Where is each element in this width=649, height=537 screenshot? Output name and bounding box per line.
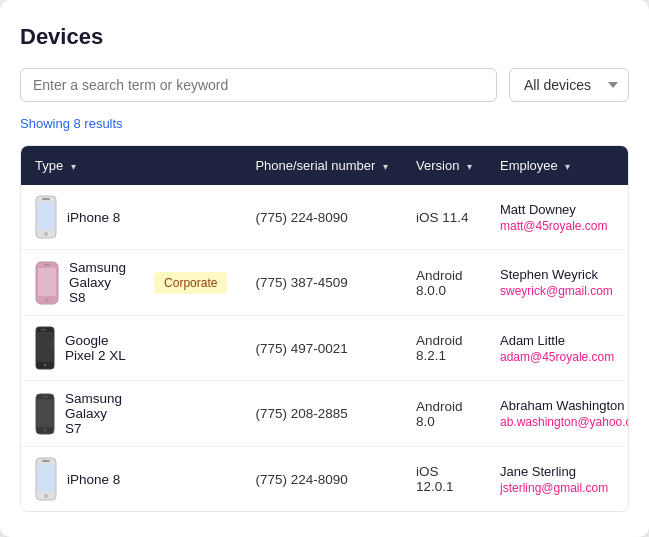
badge-cell (140, 381, 241, 447)
employee-name: Stephen Weyrick (500, 267, 629, 282)
table-row: Samsung Galaxy S8 Corporate(775) 387-450… (21, 250, 629, 316)
svg-rect-14 (37, 399, 53, 427)
svg-point-19 (44, 494, 48, 498)
table-row: iPhone 8 (775) 224-8090iOS 12.0.1 Jane S… (21, 447, 629, 512)
svg-rect-20 (37, 464, 55, 492)
col-version[interactable]: Version ▾ (402, 146, 486, 185)
col-employee[interactable]: Employee ▾ (486, 146, 629, 185)
table-header-row: Type ▾ Phone/serial number ▾ Version ▾ E… (21, 146, 629, 185)
phone-cell: (775) 497-0021 (241, 316, 402, 381)
phone-cell: (775) 224-8090 (241, 447, 402, 512)
device-type-cell: iPhone 8 (21, 447, 140, 512)
version-cell: Android 8.0 (402, 381, 486, 447)
device-type-cell: iPhone 8 (21, 185, 140, 250)
employee-email: matt@45royale.com (500, 219, 629, 233)
svg-rect-9 (37, 332, 53, 362)
svg-point-7 (45, 298, 49, 302)
devices-table-container: Type ▾ Phone/serial number ▾ Version ▾ E… (20, 145, 629, 512)
badge-cell (140, 447, 241, 512)
search-bar-row: All devices (20, 68, 629, 102)
phone-cell: (775) 224-8090 (241, 185, 402, 250)
badge-cell (140, 185, 241, 250)
filter-select[interactable]: All devices (509, 68, 629, 102)
page-title: Devices (20, 24, 629, 50)
devices-table: Type ▾ Phone/serial number ▾ Version ▾ E… (21, 146, 629, 511)
col-badge (140, 146, 241, 185)
device-name: iPhone 8 (67, 472, 120, 487)
employee-email: adam@45royale.com (500, 350, 629, 364)
svg-rect-1 (42, 198, 50, 200)
svg-rect-12 (52, 338, 54, 346)
svg-point-2 (44, 232, 48, 236)
svg-rect-18 (42, 460, 50, 462)
version-cell: iOS 11.4 (402, 185, 486, 250)
svg-rect-5 (38, 268, 56, 296)
employee-email: jsterling@gmail.com (500, 481, 629, 495)
device-name: Samsung Galaxy S7 (65, 391, 126, 436)
device-name: Samsung Galaxy S8 (69, 260, 126, 305)
svg-point-11 (44, 364, 47, 367)
device-icon (35, 457, 57, 501)
employee-cell: Adam Little adam@45royale.com (486, 316, 629, 381)
badge-cell: Corporate (140, 250, 241, 316)
employee-email: ab.washington@yahoo.com (500, 415, 629, 429)
col-phone[interactable]: Phone/serial number ▾ (241, 146, 402, 185)
employee-cell: Stephen Weyrick sweyrick@gmail.com (486, 250, 629, 316)
device-type-cell: Samsung Galaxy S8 (21, 250, 140, 316)
svg-rect-3 (37, 202, 55, 230)
table-row: Google Pixel 2 XL (775) 497-0021Android … (21, 316, 629, 381)
employee-cell: Abraham Washington ab.washington@yahoo.c… (486, 381, 629, 447)
employee-name: Adam Little (500, 333, 629, 348)
type-sort-icon: ▾ (71, 161, 76, 172)
svg-point-16 (44, 428, 47, 431)
svg-rect-6 (44, 264, 50, 266)
results-count: Showing 8 results (20, 116, 629, 131)
version-cell: Android 8.2.1 (402, 316, 486, 381)
employee-name: Abraham Washington (500, 398, 629, 413)
table-row: iPhone 8 (775) 224-8090iOS 11.4 Matt Dow… (21, 185, 629, 250)
device-name: iPhone 8 (67, 210, 120, 225)
phone-cell: (775) 208-2885 (241, 381, 402, 447)
device-type-cell: Google Pixel 2 XL (21, 316, 140, 381)
device-icon (35, 261, 59, 305)
search-input[interactable] (20, 68, 497, 102)
svg-rect-15 (42, 396, 48, 398)
corporate-badge: Corporate (154, 272, 227, 294)
phone-cell: (775) 387-4509 (241, 250, 402, 316)
version-cell: Android 8.0.0 (402, 250, 486, 316)
table-row: Samsung Galaxy S7 (775) 208-2885Android … (21, 381, 629, 447)
employee-name: Jane Sterling (500, 464, 629, 479)
device-icon (35, 392, 55, 436)
table-body: iPhone 8 (775) 224-8090iOS 11.4 Matt Dow… (21, 185, 629, 511)
svg-rect-10 (41, 329, 46, 331)
device-name: Google Pixel 2 XL (65, 333, 126, 363)
badge-cell (140, 316, 241, 381)
device-type-cell: Samsung Galaxy S7 (21, 381, 140, 447)
device-icon (35, 195, 57, 239)
phone-sort-icon: ▾ (383, 161, 388, 172)
version-cell: iOS 12.0.1 (402, 447, 486, 512)
col-type[interactable]: Type ▾ (21, 146, 140, 185)
devices-card: Devices All devices Showing 8 results Ty… (0, 0, 649, 537)
version-sort-icon: ▾ (467, 161, 472, 172)
employee-email: sweyrick@gmail.com (500, 284, 629, 298)
device-icon (35, 326, 55, 370)
employee-cell: Jane Sterling jsterling@gmail.com (486, 447, 629, 512)
employee-name: Matt Downey (500, 202, 629, 217)
employee-sort-icon: ▾ (565, 161, 570, 172)
employee-cell: Matt Downey matt@45royale.com (486, 185, 629, 250)
